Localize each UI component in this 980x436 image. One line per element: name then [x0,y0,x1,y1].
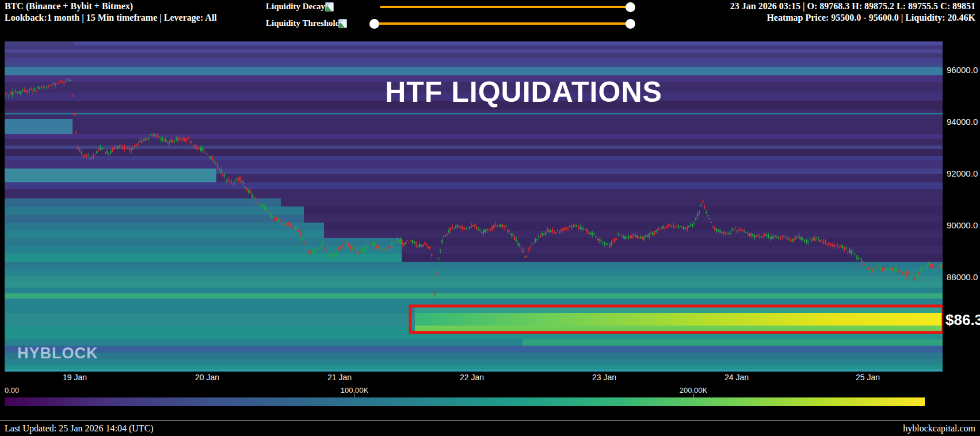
price-tick-label: 94000.0 [947,117,978,127]
heatmap-price-readout: Heatmap Price: 95500.0 - 95600.0 | Liqui… [767,13,975,23]
hyblock-liquidation-heatmap-app: BTC (Binance + Bybit + Bitmex) Lookback:… [0,0,980,436]
liquidity-threshold-slider-knob-max[interactable] [626,19,635,29]
colorbar-tick-label: 100.00K [341,386,368,395]
image-placeholder-icon [325,2,334,12]
highlight-price-label: $86.3k [945,311,980,329]
date-tick-label: 20 Jan [195,373,219,382]
liquidity-decay-slider-knob[interactable] [626,2,635,12]
date-tick-label: 25 Jan [856,373,880,382]
symbol-title: BTC (Binance + Bybit + Bitmex) [5,1,133,12]
liquidity-decay-label: Liquidity Decay [266,2,325,12]
date-tick-label: 24 Jan [724,373,749,382]
footer-divider [0,420,980,420]
site-link[interactable]: hyblockcapital.com [903,423,975,434]
liquidity-threshold-slider-track[interactable] [374,22,631,25]
colorbar-tick-label: 0.00 [5,386,19,395]
image-placeholder-icon [338,19,347,28]
chart-title: HTF LIQUIDATIONS [385,75,662,109]
price-tick-label: 88000.0 [947,272,978,282]
price-tick-label: 96000.0 [947,65,978,75]
colorbar-gradient [5,397,925,406]
date-tick-label: 23 Jan [592,373,616,382]
date-tick-label: 19 Jan [63,373,87,382]
colorbar-tick-label: 200.00K [680,386,707,395]
date-tick-label: 21 Jan [327,373,352,382]
price-tick-label: 90000.0 [947,220,978,230]
chart-settings-text: Lookback:1 month | 15 Min timeframe | Le… [5,13,217,23]
date-tick-label: 22 Jan [460,373,484,382]
ohlc-readout: 23 Jan 2026 03:15 | O: 89768.3 H: 89875.… [730,1,975,12]
liquidity-threshold-slider-knob-min[interactable] [369,19,379,29]
liquidity-threshold-label: Liquidity Threshold [266,18,340,28]
price-tick-label: 92000.0 [947,169,978,178]
last-updated-text: Last Updated: 25 Jan 2026 14:04 (UTC) [5,423,154,434]
hyblock-watermark: HYBLOCK [17,345,98,362]
liquidity-decay-slider-track[interactable] [380,6,631,8]
